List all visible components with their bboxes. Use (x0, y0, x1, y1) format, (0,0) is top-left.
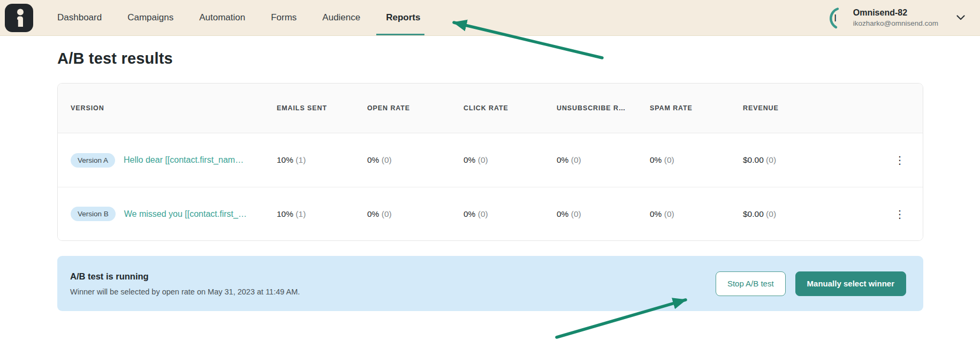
unsubscribe-rate-value: 0% (0) (557, 155, 650, 165)
version-badge: Version B (71, 207, 116, 221)
avatar-initial: I (834, 12, 837, 24)
ab-test-running-banner: A/B test is running Winner will be selec… (57, 256, 923, 311)
main-content: A/B test results VERSION EMAILS SENT OPE… (0, 36, 980, 311)
column-header-unsubscribe-rate: UNSUBSCRIBE R… (557, 104, 650, 112)
column-header-click-rate: CLICK RATE (464, 104, 557, 112)
column-header-version: VERSION (58, 104, 277, 112)
omnisend-logo-glyph (11, 9, 27, 27)
ab-test-results-table: VERSION EMAILS SENT OPEN RATE CLICK RATE… (57, 83, 923, 241)
revenue-value: $0.00 (0) (743, 209, 877, 219)
column-header-emails-sent: EMAILS SENT (277, 104, 367, 112)
spam-rate-value: 0% (0) (650, 209, 743, 219)
account-menu[interactable]: I Omnisend-82 ikozharko@omnisend.com (821, 6, 965, 29)
nav-item-automation[interactable]: Automation (199, 0, 245, 35)
open-rate-value: 0% (0) (367, 155, 464, 165)
manually-select-winner-button[interactable]: Manually select winner (795, 271, 906, 296)
version-badge: Version A (71, 153, 115, 168)
account-email: ikozharko@omnisend.com (853, 19, 938, 27)
nav-item-dashboard[interactable]: Dashboard (57, 0, 102, 35)
nav-item-audience[interactable]: Audience (322, 0, 360, 35)
row-actions-kebab-icon[interactable]: ⋮ (891, 152, 908, 169)
nav-item-reports[interactable]: Reports (386, 0, 420, 35)
version-b-subject-link[interactable]: We missed you [[contact.first_… (124, 209, 247, 219)
emails-sent-value: 10% (1) (277, 155, 367, 165)
account-info: Omnisend-82 ikozharko@omnisend.com (853, 8, 938, 27)
main-nav: Dashboard Campaigns Automation Forms Aud… (57, 0, 420, 35)
row-actions-kebab-icon[interactable]: ⋮ (891, 206, 908, 223)
spam-rate-value: 0% (0) (650, 155, 743, 165)
chevron-down-icon[interactable] (956, 13, 965, 22)
nav-item-campaigns[interactable]: Campaigns (127, 0, 173, 35)
column-header-spam-rate: SPAM RATE (650, 104, 743, 112)
version-a-subject-link[interactable]: Hello dear [[contact.first_nam… (124, 155, 244, 165)
account-name: Omnisend-82 (853, 8, 938, 18)
revenue-value: $0.00 (0) (743, 155, 877, 165)
page-title: A/B test results (57, 50, 923, 67)
top-navigation-bar: Dashboard Campaigns Automation Forms Aud… (0, 0, 980, 36)
nav-item-forms[interactable]: Forms (271, 0, 297, 35)
banner-subtitle: Winner will be selected by open rate on … (70, 288, 300, 296)
column-header-revenue: REVENUE (743, 104, 877, 112)
emails-sent-value: 10% (1) (277, 209, 367, 219)
click-rate-value: 0% (0) (464, 155, 557, 165)
table-header-row: VERSION EMAILS SENT OPEN RATE CLICK RATE… (58, 84, 923, 133)
table-row-version-b: Version B We missed you [[contact.first_… (58, 187, 923, 240)
unsubscribe-rate-value: 0% (0) (557, 209, 650, 219)
click-rate-value: 0% (0) (464, 209, 557, 219)
open-rate-value: 0% (0) (367, 209, 464, 219)
table-row-version-a: Version A Hello dear [[contact.first_nam… (58, 133, 923, 187)
banner-title: A/B test is running (70, 271, 300, 282)
avatar: I (821, 6, 845, 29)
column-header-open-rate: OPEN RATE (367, 104, 464, 112)
stop-ab-test-button[interactable]: Stop A/B test (716, 271, 786, 296)
omnisend-logo-icon[interactable] (5, 4, 33, 32)
